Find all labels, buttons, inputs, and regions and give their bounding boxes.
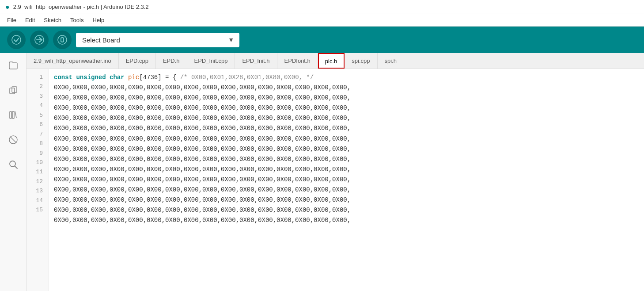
code-content[interactable]: const unsigned char pic[4736] = { /* 0X0… xyxy=(49,69,644,291)
board-select-wrapper: Select Board ▼ xyxy=(76,33,239,47)
main-layout: 2.9_wifi_http_openweather.ino EPD.cpp EP… xyxy=(0,53,644,291)
line-number-12: 12 xyxy=(27,177,48,186)
code-line-5: 0X00,0X00,0X00,0X00,0X00,0X00,0X00,0X00,… xyxy=(54,113,639,123)
svg-rect-6 xyxy=(10,111,11,119)
line-number-9: 9 xyxy=(27,149,48,158)
code-line-13: 0X00,0X00,0X00,0X00,0X00,0X00,0X00,0X00,… xyxy=(54,195,639,205)
line-number-8: 8 xyxy=(27,139,48,148)
line-numbers: 123456789101112131415 xyxy=(27,69,49,291)
code-line-1: const unsigned char pic[4736] = { /* 0X0… xyxy=(54,73,639,83)
upload-icon xyxy=(34,35,44,45)
tab-epdinit-cpp[interactable]: EPD_Init.cpp xyxy=(187,53,235,69)
line-number-7: 7 xyxy=(27,130,48,139)
sidebar-item-debug[interactable] xyxy=(5,132,21,148)
tab-pic-h[interactable]: pic.h xyxy=(318,53,345,69)
verify-button[interactable] xyxy=(7,31,26,49)
sidebar-item-library[interactable] xyxy=(5,107,21,123)
sidebar xyxy=(0,53,27,291)
folder-icon xyxy=(8,60,19,71)
line-number-6: 6 xyxy=(27,120,48,129)
debug-button[interactable] xyxy=(53,31,72,49)
line-number-11: 11 xyxy=(27,167,48,176)
code-line-15: 0X00,0X00,0X00,0X00,0X00,0X00,0X00,0X00,… xyxy=(54,215,639,226)
tab-spi-cpp[interactable]: spi.cpp xyxy=(345,53,377,69)
code-line-11: 0X00,0X00,0X00,0X00,0X00,0X00,0X00,0X00,… xyxy=(54,175,639,185)
sidebar-item-search[interactable] xyxy=(5,157,21,172)
code-line-14: 0X00,0X00,0X00,0X00,0X00,0X00,0X00,0X00,… xyxy=(54,205,639,215)
code-line-12: 0X00,0X00,0X00,0X00,0X00,0X00,0X00,0X00,… xyxy=(54,185,639,195)
menu-file[interactable]: File xyxy=(4,16,20,24)
app-icon: ● xyxy=(5,3,10,11)
line-number-13: 13 xyxy=(27,186,48,195)
svg-line-9 xyxy=(10,137,16,143)
code-area[interactable]: 123456789101112131415 const unsigned cha… xyxy=(27,69,644,291)
tab-ino[interactable]: 2.9_wifi_http_openweather.ino xyxy=(27,53,119,69)
debug-icon xyxy=(57,35,67,45)
library-icon xyxy=(8,110,19,120)
window-title: 2.9_wifi_http_openweather - pic.h | Ardu… xyxy=(13,4,149,10)
line-number-15: 15 xyxy=(27,205,48,214)
title-bar: ● 2.9_wifi_http_openweather - pic.h | Ar… xyxy=(0,0,644,14)
svg-line-11 xyxy=(15,166,17,169)
line-number-10: 10 xyxy=(27,158,48,167)
code-line-8: 0X00,0X00,0X00,0X00,0X00,0X00,0X00,0X00,… xyxy=(54,144,639,154)
code-line-4: 0X00,0X00,0X00,0X00,0X00,0X00,0X00,0X00,… xyxy=(54,103,639,113)
board-select[interactable]: Select Board xyxy=(76,33,239,47)
line-number-14: 14 xyxy=(27,196,48,205)
tabs-bar: 2.9_wifi_http_openweather.ino EPD.cpp EP… xyxy=(27,53,644,69)
line-number-3: 3 xyxy=(27,92,48,101)
code-line-7: 0X00,0X00,0X00,0X00,0X00,0X00,0X00,0X00,… xyxy=(54,134,639,144)
tab-epd-h[interactable]: EPD.h xyxy=(156,53,187,69)
sidebar-item-copy[interactable] xyxy=(5,82,21,98)
menu-sketch[interactable]: Sketch xyxy=(40,16,65,24)
sidebar-item-folder[interactable] xyxy=(5,57,21,73)
code-line-6: 0X00,0X00,0X00,0X00,0X00,0X00,0X00,0X00,… xyxy=(54,123,639,134)
copy-icon xyxy=(8,85,19,96)
tab-epd-cpp[interactable]: EPD.cpp xyxy=(119,53,156,69)
no-debug-icon xyxy=(8,134,19,145)
tab-spi-h[interactable]: spi.h xyxy=(378,53,404,69)
code-line-2: 0X00,0X00,0X00,0X00,0X00,0X00,0X00,0X00,… xyxy=(54,83,639,93)
line-number-1: 1 xyxy=(27,73,48,82)
menu-help[interactable]: Help xyxy=(89,16,108,24)
code-line-3: 0X00,0X00,0X00,0X00,0X00,0X00,0X00,0X00,… xyxy=(54,93,639,103)
editor-area: 2.9_wifi_http_openweather.ino EPD.cpp EP… xyxy=(27,53,644,291)
menu-edit[interactable]: Edit xyxy=(22,16,38,24)
svg-rect-7 xyxy=(12,111,14,119)
tab-epdinit-h[interactable]: EPD_Init.h xyxy=(235,53,277,69)
line-number-4: 4 xyxy=(27,101,48,110)
upload-button[interactable] xyxy=(30,31,49,49)
search-icon xyxy=(8,159,19,170)
svg-point-3 xyxy=(58,35,67,44)
line-number-5: 5 xyxy=(27,111,48,120)
line-number-2: 2 xyxy=(27,82,48,91)
code-line-10: 0X00,0X00,0X00,0X00,0X00,0X00,0X00,0X00,… xyxy=(54,165,639,175)
code-line-9: 0X00,0X00,0X00,0X00,0X00,0X00,0X00,0X00,… xyxy=(54,154,639,165)
toolbar: Select Board ▼ xyxy=(0,27,644,53)
svg-point-0 xyxy=(12,35,21,44)
menu-tools[interactable]: Tools xyxy=(67,16,87,24)
menu-bar: File Edit Sketch Tools Help xyxy=(0,14,644,27)
tab-epdfont-h[interactable]: EPDfont.h xyxy=(277,53,318,69)
verify-icon xyxy=(11,35,21,45)
